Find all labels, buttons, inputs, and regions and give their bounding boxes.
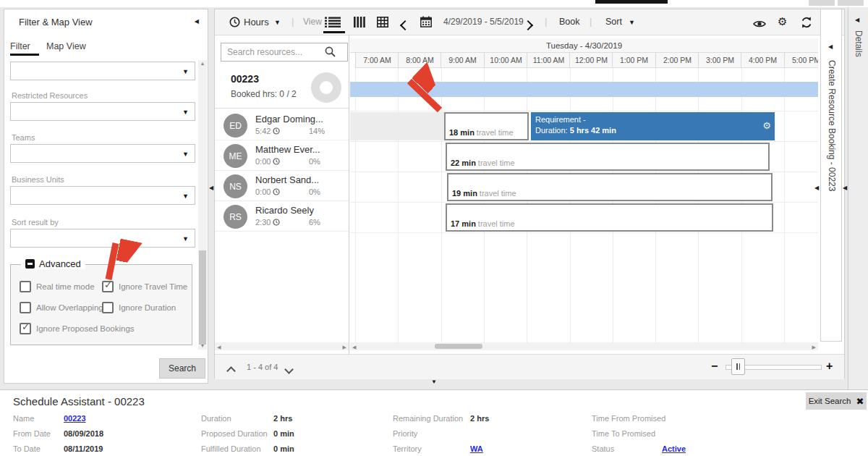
filter-panel-scrollbar[interactable]: ▲ ▼: [198, 60, 207, 350]
scroll-up-icon[interactable]: ▲: [198, 60, 207, 67]
requirement-booking-block[interactable]: Requirement - Duration: 5 hrs 42 min ⚙: [531, 112, 775, 140]
requirement-card[interactable]: 00223 Booked hrs: 0 / 2: [215, 67, 349, 109]
checkbox-label: Ignore Travel Time: [119, 282, 187, 291]
scrollbar-thumb[interactable]: [199, 250, 206, 345]
previous-period-icon[interactable]: [401, 19, 409, 32]
expand-rail-icon[interactable]: ◀: [828, 44, 833, 50]
chevron-down-icon: ▼: [182, 235, 189, 242]
eye-icon[interactable]: [753, 18, 766, 31]
gear-icon[interactable]: ⚙: [778, 15, 787, 28]
columns-view-icon[interactable]: [354, 17, 365, 30]
board-toolbar: Hours ▼ | View 4/29/2019 - 5/5/2019 | Bo…: [215, 9, 844, 35]
scroll-right-icon[interactable]: ▶: [812, 344, 816, 351]
scroll-left-icon[interactable]: ◀: [352, 344, 356, 351]
page-up-icon[interactable]: [228, 364, 234, 377]
row-divider: [350, 141, 818, 142]
teams-dropdown[interactable]: ▼: [10, 144, 195, 163]
schedule-board-panel: Hours ▼ | View 4/29/2019 - 5/5/2019 | Bo…: [214, 9, 845, 379]
business-units-dropdown[interactable]: ▼: [10, 186, 195, 205]
view-label: View: [303, 17, 322, 27]
zoom-slider-handle[interactable]: [731, 358, 745, 375]
checkbox-icon[interactable]: [20, 302, 31, 313]
row-divider: [350, 111, 818, 111]
details-rail[interactable]: ◀ Details: [848, 7, 868, 389]
advanced-legend[interactable]: Advanced: [21, 258, 85, 269]
restricted-resources-dropdown[interactable]: ▼: [10, 102, 195, 121]
board-footer-bar: 1 - 4 of 4 − +: [215, 354, 844, 379]
expand-bottom-panel-icon[interactable]: ▼: [431, 379, 437, 385]
resource-row-edgar[interactable]: ED Edgar Doming... 5:42 14%: [215, 111, 349, 140]
travel-time-block-22[interactable]: 22 mintravel time: [446, 143, 770, 171]
resource-row-ricardo[interactable]: RS Ricardo Seely 2:30 6%: [215, 202, 349, 232]
page-down-icon[interactable]: [286, 363, 292, 376]
collapse-filter-panel-icon[interactable]: ◀: [195, 19, 199, 25]
sort-dropdown[interactable]: Sort: [605, 17, 622, 27]
checkbox-checked-icon[interactable]: [20, 323, 31, 334]
field-label: Priority: [393, 429, 417, 438]
checkbox-icon[interactable]: [20, 281, 31, 292]
checkbox-ignore-proposed-bookings[interactable]: Ignore Proposed Bookings: [20, 323, 135, 334]
selected-view-underline: [323, 31, 345, 33]
checkbox-ignore-travel-time[interactable]: Ignore Travel Time: [102, 281, 187, 292]
splitter-collapse-icon[interactable]: ◀: [843, 185, 847, 191]
resource-row-matthew[interactable]: ME Matthew Ever... 0:00 0%: [215, 141, 349, 171]
field-value: 2 hrs: [470, 414, 489, 423]
field-label: Duration: [201, 414, 231, 423]
field-value: 2 hrs: [273, 414, 292, 423]
zoom-out-button[interactable]: −: [711, 360, 718, 373]
scrollbar-thumb[interactable]: [435, 344, 482, 349]
refresh-icon[interactable]: [801, 17, 812, 31]
status-link[interactable]: Active: [662, 444, 686, 453]
row-divider: [350, 172, 818, 172]
travel-time-block-17[interactable]: 17 mintravel time: [446, 203, 773, 232]
time-slot: 3:00 PM: [698, 53, 741, 68]
sort-result-by-dropdown[interactable]: ▼: [10, 229, 195, 248]
search-button[interactable]: Search: [159, 358, 205, 379]
filter-map-panel: Filter & Map View ◀ Filter Map View ▼ Re…: [4, 9, 208, 384]
zoom-in-button[interactable]: +: [826, 360, 833, 373]
active-tab-underline: [10, 54, 39, 56]
book-button[interactable]: Book: [559, 17, 580, 27]
checkbox-label: Ignore Duration: [119, 303, 176, 312]
exit-search-button[interactable]: Exit Search ✖: [806, 392, 867, 410]
create-resource-booking-rail[interactable]: ◀ Create Resource Booking - 00223: [820, 9, 842, 342]
travel-time-block-18[interactable]: 18 mintravel time: [444, 112, 529, 140]
business-units-label: Business Units: [12, 175, 64, 184]
time-slot: 7:00 AM: [355, 53, 399, 68]
tab-map-view[interactable]: Map View: [46, 41, 86, 51]
travel-time-block-19[interactable]: 19 mintravel time: [447, 173, 773, 201]
resource-name: Edgar Doming...: [255, 114, 323, 124]
characteristics-dropdown[interactable]: ▼: [10, 62, 195, 80]
toolbar-divider: |: [590, 16, 592, 27]
name-link[interactable]: 00223: [64, 414, 86, 423]
collapse-section-icon[interactable]: [25, 259, 35, 269]
tab-filter[interactable]: Filter: [10, 41, 30, 51]
scale-dropdown[interactable]: Hours: [244, 17, 269, 28]
checkbox-ignore-duration[interactable]: Ignore Duration: [102, 302, 176, 313]
resource-list-hscrollbar[interactable]: ◀ ▶: [215, 342, 349, 350]
scroll-down-icon[interactable]: ▼: [198, 342, 207, 350]
calendar-icon[interactable]: [420, 16, 432, 30]
scroll-left-icon[interactable]: ◀: [217, 344, 221, 351]
territory-link[interactable]: WA: [470, 444, 483, 453]
expand-details-icon[interactable]: ◀: [855, 17, 859, 23]
checkbox-checked-icon[interactable]: [102, 281, 114, 292]
booking-gear-icon[interactable]: ⚙: [762, 120, 771, 131]
search-icon: [325, 46, 336, 60]
scroll-right-icon[interactable]: ▶: [343, 344, 346, 351]
list-view-icon[interactable]: [325, 17, 341, 30]
checkbox-real-time-mode[interactable]: Real time mode: [20, 281, 95, 292]
splitter-collapse-left-icon[interactable]: ◀: [209, 185, 213, 191]
time-slot: 10:00 AM: [484, 53, 527, 68]
next-period-icon[interactable]: [524, 19, 532, 32]
grid-hscrollbar[interactable]: ◀ ▶: [350, 342, 818, 350]
duration-label: Duration:: [535, 126, 570, 135]
advanced-legend-label: Advanced: [39, 258, 81, 269]
resource-row-norbert[interactable]: NS Norbert Sand... 0:00 0%: [215, 172, 349, 201]
splitter-collapse-icon[interactable]: ◀: [814, 185, 819, 191]
resource-hours: 5:42: [255, 127, 271, 135]
checkbox-icon[interactable]: [102, 302, 114, 313]
checkbox-allow-overlapping[interactable]: Allow Overlapping: [20, 302, 103, 313]
table-view-icon[interactable]: [377, 17, 388, 30]
clock-icon: [273, 127, 280, 135]
